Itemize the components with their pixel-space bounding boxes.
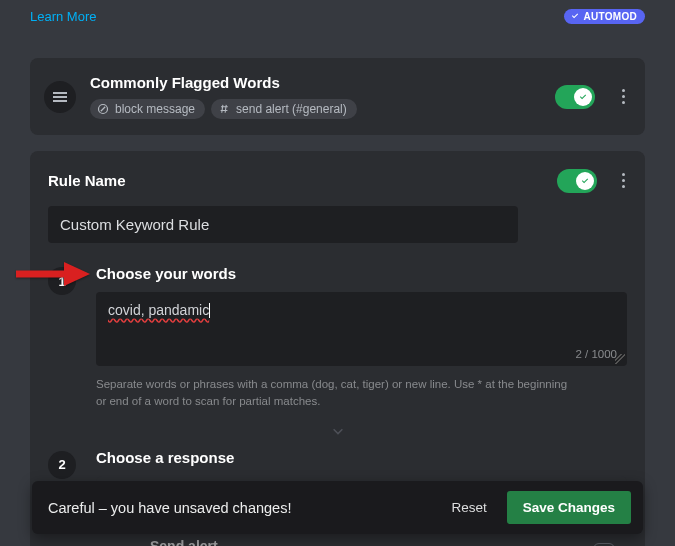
automod-badge-label: AUTOMOD — [583, 11, 637, 22]
response-alert-checkbox[interactable] — [593, 543, 615, 547]
reset-button[interactable]: Reset — [437, 492, 500, 523]
step-2-number: 2 — [48, 451, 76, 479]
step-divider-arrow — [48, 423, 627, 441]
flagged-words-card: Commonly Flagged Words block message sen… — [30, 58, 645, 135]
unsaved-changes-bar: Careful – you have unsaved changes! Rese… — [32, 481, 643, 534]
save-changes-button[interactable]: Save Changes — [507, 491, 631, 524]
chip-block-message[interactable]: block message — [90, 99, 205, 119]
flagged-title: Commonly Flagged Words — [90, 74, 541, 91]
rule-toggle[interactable] — [557, 169, 597, 193]
step-1-title: Choose your words — [96, 265, 627, 282]
flagged-menu[interactable] — [619, 83, 627, 110]
automod-badge: AUTOMOD — [564, 9, 645, 24]
keyword-counter: 2 / 1000 — [575, 348, 617, 360]
step-words: 1 Choose your words covid, pandamic 2 / … — [48, 265, 627, 411]
chip-alert-label: send alert (#general) — [236, 102, 347, 116]
rule-menu[interactable] — [619, 167, 627, 194]
chip-block-label: block message — [115, 102, 195, 116]
keywords-value: covid, pandamic — [108, 302, 209, 318]
chevron-down-icon — [329, 423, 347, 441]
chip-send-alert[interactable]: send alert (#general) — [211, 99, 357, 119]
keywords-helper: Separate words or phrases with a comma (… — [96, 376, 576, 411]
resize-handle[interactable] — [615, 354, 625, 364]
keywords-textarea[interactable]: covid, pandamic 2 / 1000 — [96, 292, 627, 366]
response-alert-title: Send alert — [150, 538, 581, 547]
hamburger-icon[interactable] — [44, 81, 76, 113]
flagged-toggle[interactable] — [555, 85, 595, 109]
rule-name-label: Rule Name — [48, 172, 545, 189]
hash-icon — [217, 102, 231, 116]
check-icon — [570, 11, 580, 21]
check-icon — [578, 92, 588, 102]
learn-more-link[interactable]: Learn More — [30, 9, 96, 24]
text-cursor — [209, 303, 210, 318]
step-2-title: Choose a response — [96, 449, 627, 466]
step-1-number: 1 — [48, 267, 76, 295]
block-icon — [96, 102, 110, 116]
check-icon — [580, 176, 590, 186]
unsaved-text: Careful – you have unsaved changes! — [48, 500, 437, 516]
rule-name-input[interactable] — [48, 206, 518, 243]
